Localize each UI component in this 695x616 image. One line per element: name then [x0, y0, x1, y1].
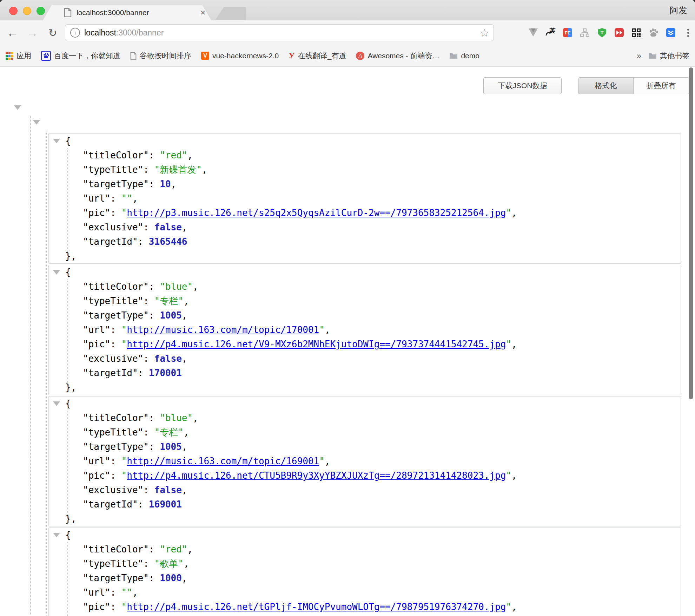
- json-punct: ": [160, 150, 165, 160]
- address-bar[interactable]: i localhost :3000/banner ☆: [65, 24, 494, 41]
- json-punct: ,: [187, 150, 193, 160]
- json-key: targetType: [88, 179, 144, 189]
- json-field-row: "exclusive": false,: [49, 352, 681, 366]
- json-punct: ": [319, 325, 325, 335]
- json-link-value[interactable]: http://p4.music.126.net/CTU5B9R9y3XyYBZX…: [127, 470, 506, 481]
- reload-button[interactable]: ↻: [45, 20, 60, 45]
- json-punct: ": [138, 558, 144, 569]
- json-key: typeTitle: [88, 296, 138, 306]
- json-punct: ": [83, 544, 88, 555]
- bookmark-awesomes[interactable]: A Awesomes - 前端资…: [356, 51, 439, 61]
- bookmarks-bar: 应用 百度一下，你就知道 谷歌按时间排序 V vue-hackernews-2.…: [0, 45, 695, 67]
- json-punct: ": [143, 179, 149, 189]
- json-punct: ,: [182, 353, 187, 364]
- bookmarks-overflow-chevron[interactable]: »: [637, 51, 641, 61]
- json-link-value[interactable]: http://p3.music.126.net/s25q2x5QyqsAzilC…: [127, 208, 506, 218]
- json-punct: ": [83, 150, 88, 160]
- json-punct: ": [83, 193, 88, 204]
- bookmark-baidu[interactable]: 百度一下，你就知道: [41, 51, 120, 61]
- json-string-value: blue: [165, 281, 187, 292]
- vue-v-icon: V: [201, 52, 209, 60]
- json-punct: ": [127, 193, 132, 204]
- json-string-value: blue: [165, 413, 187, 423]
- page-info-icon[interactable]: i: [70, 28, 80, 38]
- json-punct: ,: [182, 222, 187, 232]
- json-punct: ,: [511, 339, 517, 349]
- sitemap-extension-icon[interactable]: [580, 28, 590, 38]
- json-punct: ": [121, 193, 127, 204]
- bookmark-google-sort[interactable]: 谷歌按时间排序: [130, 51, 191, 61]
- json-key: pic: [88, 339, 105, 349]
- collapse-triangle-icon[interactable]: [14, 105, 21, 110]
- back-button[interactable]: ←: [5, 20, 20, 45]
- json-key: exclusive: [88, 222, 138, 232]
- json-punct: ,: [193, 413, 198, 423]
- collapse-triangle-icon[interactable]: [33, 120, 40, 125]
- json-number-value: 170001: [149, 368, 182, 378]
- vue-devtools-icon[interactable]: [528, 28, 538, 38]
- json-field-row: "titleColor": "blue",: [49, 411, 681, 425]
- json-punct: },: [65, 513, 76, 524]
- json-field-row: "exclusive": false,: [49, 220, 681, 235]
- json-punct: :: [143, 222, 154, 232]
- qr-code-extension-icon[interactable]: [631, 28, 641, 38]
- json-field-row: "exclusive": false: [49, 614, 681, 616]
- json-punct: ": [83, 368, 88, 378]
- json-punct: },: [65, 382, 76, 393]
- json-punct: ": [83, 470, 88, 481]
- json-punct: ": [154, 296, 160, 306]
- bookmark-vue-hackernews[interactable]: V vue-hackernews-2.0: [201, 52, 279, 60]
- fast-forward-extension-icon[interactable]: [614, 28, 624, 38]
- json-string-value: 专栏: [160, 296, 178, 306]
- profile-name[interactable]: 阿发: [670, 0, 687, 20]
- json-punct: ": [138, 353, 144, 364]
- browser-menu-icon[interactable]: [683, 28, 693, 38]
- collapse-triangle-icon[interactable]: [53, 533, 60, 537]
- close-window-button[interactable]: [9, 7, 18, 15]
- tab-close-icon[interactable]: ×: [197, 5, 208, 20]
- collapse-triangle-icon[interactable]: [53, 401, 60, 406]
- json-number-value: false: [154, 353, 182, 364]
- bookmark-folder-demo[interactable]: demo: [449, 52, 479, 60]
- collapse-triangle-icon[interactable]: [53, 139, 60, 143]
- json-field-row: "typeTitle": "专栏",: [49, 425, 681, 440]
- json-punct: ": [105, 339, 111, 349]
- translate-extension-icon[interactable]: 英: [545, 28, 555, 38]
- bookmark-star-icon[interactable]: ☆: [480, 27, 489, 39]
- json-punct: ": [83, 310, 88, 321]
- other-bookmarks-folder[interactable]: 其他书签: [648, 51, 689, 61]
- folder-icon: [648, 52, 657, 59]
- bookmark-apps[interactable]: 应用: [6, 51, 31, 61]
- page-content: 下载JSON数据 格式化 折叠所有 { "banners": [ {"title…: [0, 67, 695, 616]
- fe-extension-icon[interactable]: FE: [563, 28, 572, 38]
- bookmark-youdao[interactable]: У 在线翻译_有道: [289, 51, 346, 61]
- json-punct: ": [83, 222, 88, 232]
- awesomes-a-icon: A: [356, 52, 364, 60]
- paw-extension-icon[interactable]: [649, 28, 658, 38]
- json-object-close-row: },: [49, 380, 681, 395]
- json-link-value[interactable]: http://music.163.com/m/topic/169001: [127, 456, 319, 466]
- json-key: titleColor: [88, 544, 144, 555]
- zoom-window-button[interactable]: [37, 7, 45, 15]
- json-punct: ,: [182, 441, 187, 452]
- collapse-triangle-icon[interactable]: [53, 270, 60, 275]
- minimize-window-button[interactable]: [23, 7, 31, 15]
- json-link-value[interactable]: http://p4.music.126.net/V9-MXz6b2MNhEKju…: [127, 339, 506, 349]
- active-tab[interactable]: localhost:3000/banner ×: [43, 5, 211, 20]
- json-punct: ": [132, 368, 138, 378]
- json-field-row: "titleColor": "red",: [49, 148, 681, 163]
- json-punct: ": [138, 485, 144, 495]
- clipper-extension-icon[interactable]: [666, 28, 676, 38]
- json-punct: ": [138, 296, 144, 306]
- json-punct: ": [121, 456, 127, 466]
- json-punct: ": [143, 573, 149, 583]
- shield-extension-icon[interactable]: T: [597, 28, 607, 38]
- extensions-row: 英 FE T: [528, 20, 693, 45]
- json-punct: ": [132, 236, 138, 247]
- json-link-value[interactable]: http://music.163.com/m/topic/170001: [127, 325, 319, 335]
- json-key: exclusive: [88, 485, 138, 495]
- new-tab-button[interactable]: [215, 7, 246, 20]
- json-link-value[interactable]: http://p4.music.126.net/tGPljf-IMOCyPvum…: [127, 602, 506, 612]
- banner-object-box: {"titleColor": "red","typeTitle": "新碟首发"…: [48, 133, 681, 264]
- json-string-value: 歌单: [160, 558, 178, 569]
